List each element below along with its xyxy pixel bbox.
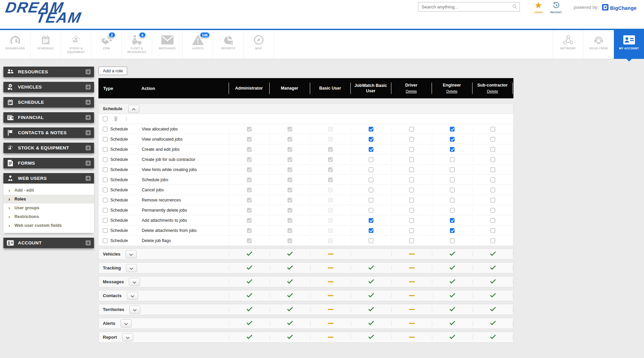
checkbox-unchecked[interactable] (450, 208, 455, 213)
checkbox-unchecked[interactable] (409, 127, 414, 132)
sidebar-section-schedule[interactable]: SCHEDULE (3, 97, 94, 108)
expand-section-button[interactable] (129, 278, 140, 286)
expand-plus-icon[interactable] (86, 100, 91, 105)
checkbox-unchecked[interactable] (490, 167, 495, 172)
expand-section-button[interactable] (126, 264, 137, 272)
checkbox-unchecked[interactable] (369, 208, 373, 213)
checkbox-unchecked[interactable] (450, 157, 455, 162)
sidebar-section-web-users[interactable]: WEB USERS (3, 173, 94, 184)
nav-item-stock-equipment[interactable]: STOCK & EQUIPMENT (61, 30, 91, 59)
collapse-section-button[interactable] (128, 105, 139, 113)
search-icon[interactable] (512, 4, 517, 9)
sidebar-section-stock-equipment[interactable]: STOCK & EQUIPMENT (3, 143, 94, 153)
checkbox-unchecked[interactable] (409, 177, 414, 182)
expand-plus-icon[interactable] (86, 176, 91, 181)
sidebar-section-resources[interactable]: RESOURCES (3, 67, 94, 77)
expand-section-button[interactable] (120, 319, 132, 328)
checkbox-unchecked[interactable] (409, 188, 414, 192)
checkbox-unchecked[interactable] (450, 198, 455, 202)
row-select-checkbox[interactable] (103, 208, 108, 213)
checkbox-unchecked[interactable] (490, 137, 495, 142)
nav-item-road-crew[interactable]: ROAD CREW (583, 30, 614, 59)
checkbox-checked[interactable] (450, 147, 455, 152)
checkbox-checked[interactable] (369, 137, 373, 142)
checkbox-unchecked[interactable] (450, 188, 455, 192)
checkbox-unchecked[interactable] (490, 147, 495, 152)
checkbox-checked[interactable] (450, 218, 455, 223)
checkbox-unchecked[interactable] (409, 238, 414, 243)
expand-plus-icon[interactable] (86, 240, 91, 245)
row-select-checkbox[interactable] (103, 218, 108, 223)
expand-section-button[interactable] (125, 250, 137, 258)
checkbox-unchecked[interactable] (409, 137, 414, 142)
nav-item-map[interactable]: MAP (244, 30, 274, 59)
checkbox-unchecked[interactable] (369, 157, 373, 162)
role-delete-link[interactable]: Delete (446, 89, 457, 94)
row-select-checkbox[interactable] (103, 238, 108, 243)
checkbox-checked[interactable] (450, 127, 455, 132)
checkbox-unchecked[interactable] (490, 188, 495, 192)
sidebar-section-vehicles[interactable]: VEHICLES (3, 82, 94, 92)
expand-plus-icon[interactable] (86, 130, 91, 135)
row-select-checkbox[interactable] (103, 228, 108, 233)
expand-plus-icon[interactable] (86, 145, 91, 150)
checkbox-unchecked[interactable] (409, 208, 414, 213)
sidebar-item-restrictions[interactable]: ›Restrictions (3, 212, 94, 221)
nav-item-dashboard[interactable]: DASHBOARD (0, 30, 30, 59)
add-role-button[interactable]: Add a role (98, 67, 127, 75)
sidebar-item-roles[interactable]: ›Roles (3, 195, 94, 204)
expand-section-button[interactable] (127, 292, 138, 300)
checkbox-checked[interactable] (450, 137, 455, 142)
sidebar-section-forms[interactable]: FORMS (3, 158, 94, 168)
checkbox-checked[interactable] (369, 218, 373, 223)
checkbox-unchecked[interactable] (409, 147, 414, 152)
checkbox-unchecked[interactable] (409, 198, 414, 202)
sidebar-item-web-user-custom-fields[interactable]: ›Web user custom fields (3, 221, 94, 230)
search-input[interactable] (418, 2, 520, 11)
bigchange-logo[interactable]: BigChange (602, 4, 637, 12)
sidebar-item-add-edit[interactable]: ›Add - edit (3, 186, 94, 195)
checkbox-unchecked[interactable] (490, 198, 495, 202)
expand-section-button[interactable] (129, 306, 140, 314)
checkbox-unchecked[interactable] (409, 218, 414, 223)
expand-plus-icon[interactable] (86, 161, 91, 166)
views-button[interactable]: VIEWS (534, 2, 543, 14)
checkbox-unchecked[interactable] (409, 167, 414, 172)
kebab-menu-icon[interactable]: ⋮ (124, 116, 129, 122)
trash-icon[interactable] (113, 116, 118, 122)
checkbox-unchecked[interactable] (369, 198, 373, 202)
checkbox-checked[interactable] (369, 228, 373, 233)
checkbox-unchecked[interactable] (490, 177, 495, 182)
checkbox-unchecked[interactable] (369, 238, 373, 243)
nav-item-alerts[interactable]: 146ALERTS (183, 30, 213, 59)
nav-item-my-account[interactable]: MY ACCOUNT (614, 30, 644, 59)
checkbox-checked[interactable] (369, 127, 373, 132)
row-select-checkbox[interactable] (103, 127, 108, 132)
expand-plus-icon[interactable] (86, 85, 91, 90)
checkbox-unchecked[interactable] (369, 188, 373, 192)
checkbox-unchecked[interactable] (409, 157, 414, 162)
checkbox-unchecked[interactable] (450, 167, 455, 172)
row-select-checkbox[interactable] (103, 137, 108, 142)
sidebar-section-account[interactable]: ACCOUNT (3, 238, 94, 248)
checkbox-unchecked[interactable] (490, 127, 495, 132)
checkbox-checked[interactable] (369, 147, 373, 152)
checkbox-unchecked[interactable] (490, 218, 495, 223)
row-select-checkbox[interactable] (103, 147, 108, 152)
expand-plus-icon[interactable] (86, 69, 91, 74)
select-all-checkbox[interactable] (103, 117, 108, 121)
row-select-checkbox[interactable] (103, 188, 108, 192)
checkbox-unchecked[interactable] (450, 177, 455, 182)
sidebar-section-financial[interactable]: $FINANCIAL (3, 112, 94, 123)
checkbox-unchecked[interactable] (409, 228, 414, 233)
sidebar-section-contacts-notes[interactable]: CONTACTS & NOTES (3, 127, 94, 138)
nav-item-crm[interactable]: 2CRM (91, 30, 122, 59)
nav-item-schedule[interactable]: SCHEDULE (30, 30, 61, 59)
role-delete-link[interactable]: Delete (487, 89, 498, 94)
nav-item-reports[interactable]: REPORTS (213, 30, 244, 59)
checkbox-unchecked[interactable] (450, 238, 455, 243)
row-select-checkbox[interactable] (103, 198, 108, 202)
expand-plus-icon[interactable] (86, 115, 91, 120)
nav-item-fleet-resources[interactable]: 4FLEET & RESOURCES (122, 30, 152, 59)
sidebar-item-user-groups[interactable]: ›User groups (3, 204, 94, 212)
